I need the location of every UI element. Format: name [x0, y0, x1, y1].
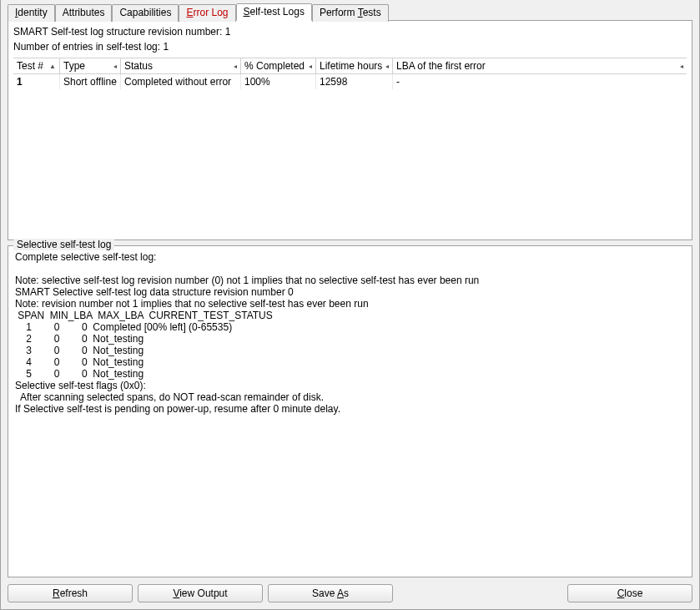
cell-type: Short offline: [60, 74, 121, 89]
group-title: Selective self-test log: [13, 239, 114, 250]
revision-line: SMART Self-test log structure revision n…: [13, 24, 687, 39]
tab-identity[interactable]: Identity: [8, 4, 55, 22]
col-status[interactable]: Status◂: [121, 58, 241, 73]
cell-test-num: 1: [13, 74, 60, 89]
sort-icon: ◂: [113, 63, 117, 70]
table-row[interactable]: 1 Short offline Completed without error …: [13, 74, 687, 89]
sort-icon: ◂: [309, 63, 312, 70]
entries-line: Number of entries in self-test log: 1: [13, 39, 687, 54]
col-test-num[interactable]: Test #▲: [13, 58, 60, 73]
sort-icon: ◂: [234, 63, 237, 70]
col-type[interactable]: Type◂: [60, 58, 121, 73]
col-lba[interactable]: LBA of the first error◂: [393, 58, 687, 73]
col-pct[interactable]: % Completed◂: [241, 58, 316, 73]
cell-lba: -: [393, 74, 687, 89]
view-output-button[interactable]: View Output: [138, 584, 263, 602]
refresh-button[interactable]: Refresh: [8, 584, 133, 602]
tab-attributes[interactable]: Attributes: [55, 4, 113, 22]
window: Identity Attributes Capabilities Error L…: [0, 0, 700, 610]
self-test-table: Test #▲ Type◂ Status◂ % Completed◂ Lifet…: [13, 58, 687, 239]
tab-capabilities[interactable]: Capabilities: [112, 4, 179, 22]
self-test-panel: SMART Self-test log structure revision n…: [8, 20, 692, 240]
sort-icon: ◂: [680, 63, 683, 70]
sort-icon: ◂: [385, 63, 389, 70]
tab-self-test-logs[interactable]: Self-test Logs: [236, 3, 312, 21]
cell-lifetime: 12598: [316, 74, 393, 89]
close-button[interactable]: Close: [567, 584, 692, 602]
save-as-button[interactable]: Save As: [268, 584, 393, 602]
selective-self-test-group: Selective self-test log Complete selecti…: [8, 245, 692, 577]
tab-bar: Identity Attributes Capabilities Error L…: [8, 3, 692, 21]
button-row: Refresh View Output Save As Close: [8, 584, 692, 602]
tab-error-log[interactable]: Error Log: [179, 4, 235, 22]
col-lifetime[interactable]: Lifetime hours◂: [316, 58, 393, 73]
tab-perform-tests[interactable]: Perform Tests: [312, 4, 389, 22]
table-header-row: Test #▲ Type◂ Status◂ % Completed◂ Lifet…: [13, 58, 687, 74]
cell-pct: 100%: [241, 74, 316, 89]
sort-asc-icon: ▲: [49, 63, 56, 70]
selective-log-text: Complete selective self-test log: Note: …: [8, 248, 692, 577]
cell-status: Completed without error: [121, 74, 241, 89]
